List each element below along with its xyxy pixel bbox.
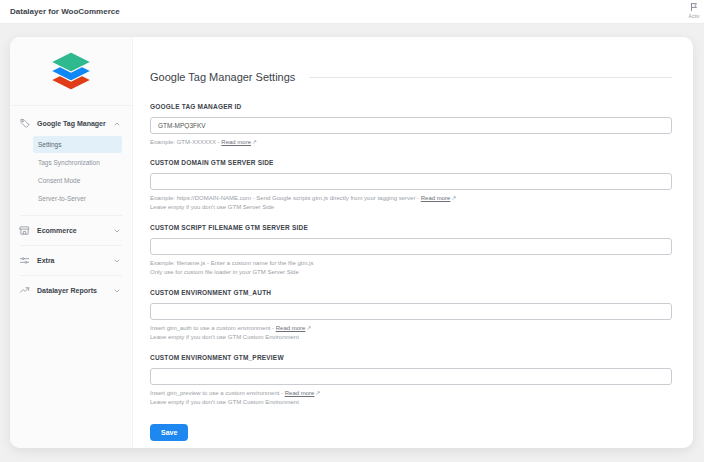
gtm-id-input[interactable] bbox=[150, 117, 672, 134]
storefront-icon bbox=[19, 225, 30, 236]
field-gtm-preview: CUSTOM ENVIRONMENT GTM_PREVIEW Insert gt… bbox=[150, 354, 672, 407]
chevron-down-icon bbox=[113, 227, 121, 235]
help-text: Insert gtm_auth to use a custom environm… bbox=[150, 325, 276, 331]
sidebar-item-tags-synchronization[interactable]: Tags Synchronization bbox=[33, 154, 122, 171]
field-gtm-auth: CUSTOM ENVIRONMENT GTM_AUTH Insert gtm_a… bbox=[150, 289, 672, 342]
gtm-submenu: Settings Tags Synchronization Consent Mo… bbox=[10, 134, 132, 211]
sidebar-section-ecommerce[interactable]: Ecommerce bbox=[10, 220, 132, 241]
custom-filename-input[interactable] bbox=[150, 238, 672, 255]
read-more-link[interactable]: Read more bbox=[221, 139, 251, 145]
section-label: Google Tag Manager bbox=[37, 120, 113, 127]
sidebar-item-settings[interactable]: Settings bbox=[33, 136, 122, 153]
activate-label: Activ bbox=[689, 13, 700, 19]
help-text-2: Leave empty if you don't use GTM Server … bbox=[150, 203, 672, 212]
help-text: Example: https://DOMAIN-NAME.com - Send … bbox=[150, 195, 421, 201]
sidebar-item-consent-mode[interactable]: Consent Mode bbox=[33, 172, 122, 189]
datalayer-logo bbox=[10, 37, 132, 106]
chevron-up-icon bbox=[113, 120, 121, 128]
divider bbox=[20, 215, 122, 216]
help-text-2: Leave empty if you don't use GTM Custom … bbox=[150, 398, 672, 407]
sidebar: Google Tag Manager Settings Tags Synchro… bbox=[10, 37, 133, 448]
help-text: Insert gtm_preview to use a custom envir… bbox=[150, 390, 285, 396]
field-label: CUSTOM ENVIRONMENT GTM_AUTH bbox=[150, 289, 672, 296]
custom-domain-input[interactable] bbox=[150, 173, 672, 190]
divider bbox=[20, 275, 122, 276]
flag-icon bbox=[689, 2, 699, 12]
sidebar-section-extra[interactable]: Extra bbox=[10, 250, 132, 271]
field-help: Insert gtm_preview to use a custom envir… bbox=[150, 389, 672, 407]
field-custom-filename: CUSTOM SCRIPT FILENAME GTM SERVER SIDE E… bbox=[150, 224, 672, 277]
plugin-panel: Google Tag Manager Settings Tags Synchro… bbox=[10, 37, 693, 448]
read-more-link[interactable]: Read more bbox=[285, 390, 315, 396]
read-more-link[interactable]: Read more bbox=[421, 195, 451, 201]
sidebar-section-google-tag-manager[interactable]: Google Tag Manager bbox=[10, 113, 132, 134]
read-more-link[interactable]: Read more bbox=[276, 325, 306, 331]
external-link-arrow: ↗ bbox=[306, 325, 311, 331]
field-help: Insert gtm_auth to use a custom environm… bbox=[150, 324, 672, 342]
sliders-icon bbox=[19, 255, 30, 266]
activate-action[interactable]: Activ bbox=[671, 2, 704, 19]
settings-content: Google Tag Manager Settings GOOGLE TAG M… bbox=[133, 37, 693, 448]
page-title: Google Tag Manager Settings bbox=[150, 71, 295, 83]
help-text-2: Leave empty if you don't use GTM Custom … bbox=[150, 333, 672, 342]
gtm-preview-input[interactable] bbox=[150, 368, 672, 385]
trend-chart-icon bbox=[19, 285, 30, 296]
gtm-auth-input[interactable] bbox=[150, 303, 672, 320]
layers-logo-icon bbox=[47, 50, 95, 94]
heading-divider bbox=[309, 77, 672, 78]
help-text: Example: GTM-XXXXXX - bbox=[150, 139, 221, 145]
divider bbox=[20, 245, 122, 246]
field-label: CUSTOM DOMAIN GTM SERVER SIDE bbox=[150, 159, 672, 166]
chevron-down-icon bbox=[113, 287, 121, 295]
field-label: CUSTOM ENVIRONMENT GTM_PREVIEW bbox=[150, 354, 672, 361]
chevron-down-icon bbox=[113, 257, 121, 265]
page-heading-row: Google Tag Manager Settings bbox=[150, 71, 672, 83]
app-title: Datalayer for WooCommerce bbox=[10, 7, 120, 16]
sidebar-section-datalayer-reports[interactable]: Datalayer Reports bbox=[10, 280, 132, 301]
field-label: CUSTOM SCRIPT FILENAME GTM SERVER SIDE bbox=[150, 224, 672, 231]
external-link-arrow: ↗ bbox=[252, 139, 257, 145]
field-label: GOOGLE TAG MANAGER ID bbox=[150, 103, 672, 110]
sidebar-item-server-to-server[interactable]: Server-to-Server bbox=[33, 190, 122, 207]
top-bar: Datalayer for WooCommerce Activ bbox=[0, 0, 704, 24]
external-link-arrow: ↗ bbox=[315, 390, 320, 396]
field-help: Example: filename.js - Enter a custom na… bbox=[150, 259, 672, 277]
field-help: Example: GTM-XXXXXX - Read more↗ bbox=[150, 138, 672, 147]
help-text-2: Only use for custom file loader in your … bbox=[150, 268, 672, 277]
help-text: Example: filename.js - Enter a custom na… bbox=[150, 260, 313, 266]
field-custom-domain: CUSTOM DOMAIN GTM SERVER SIDE Example: h… bbox=[150, 159, 672, 212]
section-label: Datalayer Reports bbox=[37, 287, 113, 294]
field-help: Example: https://DOMAIN-NAME.com - Send … bbox=[150, 194, 672, 212]
tag-icon bbox=[19, 118, 30, 129]
field-gtm-id: GOOGLE TAG MANAGER ID Example: GTM-XXXXX… bbox=[150, 103, 672, 147]
save-button[interactable]: Save bbox=[150, 424, 188, 441]
section-label: Extra bbox=[37, 257, 113, 264]
section-label: Ecommerce bbox=[37, 227, 113, 234]
sidebar-menu: Google Tag Manager Settings Tags Synchro… bbox=[10, 106, 132, 301]
external-link-arrow: ↗ bbox=[451, 195, 456, 201]
